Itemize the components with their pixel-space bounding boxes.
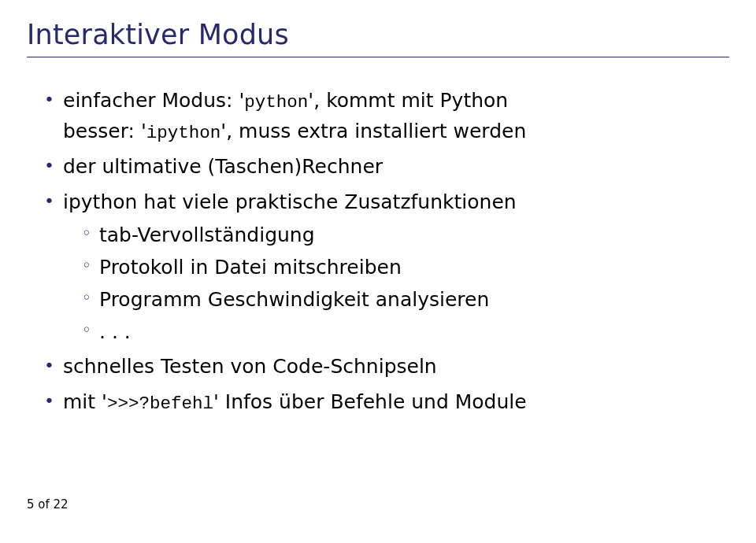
code-ipython: ipython: [146, 123, 221, 143]
text: tab-Vervollständigung: [99, 223, 315, 246]
sub-bullet-1: tab-Vervollständigung: [85, 220, 729, 251]
bullet-item-5: mit '>>>?befehl' Infos über Befehle und …: [47, 387, 729, 418]
sub-bullet-4: . . .: [85, 317, 729, 348]
bullet-item-3: ipython hat viele praktische Zusatzfunkt…: [47, 187, 729, 348]
code-python: python: [244, 92, 308, 113]
title-rule: [27, 57, 729, 57]
slide-title: Interaktiver Modus: [27, 19, 729, 50]
text: Programm Geschwindigkeit analysieren: [99, 288, 489, 311]
bullet-item-1-line2: besser: 'ipython', muss extra installier…: [63, 116, 729, 147]
text: ', muss extra installiert werden: [220, 120, 526, 142]
slide: Interaktiver Modus einfacher Modus: 'pyt…: [0, 0, 756, 543]
bullet-item-4: schnelles Testen von Code-Schnipseln: [47, 352, 729, 382]
sub-bullet-2: Protokoll in Datei mitschreiben: [85, 253, 729, 283]
text: ', kommt mit Python: [308, 89, 508, 112]
text: schnelles Testen von Code-Schnipseln: [63, 355, 437, 378]
sub-bullet-3: Programm Geschwindigkeit analysieren: [85, 285, 729, 316]
text: der ultimative (Taschen)Rechner: [63, 155, 383, 178]
code-befehl: >>>?befehl: [107, 393, 213, 414]
text: besser: ': [63, 120, 146, 142]
bullet-item-1: einfacher Modus: 'python', kommt mit Pyt…: [47, 86, 729, 147]
bullet-list: einfacher Modus: 'python', kommt mit Pyt…: [28, 86, 729, 418]
text: ' Infos über Befehle und Module: [213, 390, 527, 413]
bullet-item-2: der ultimative (Taschen)Rechner: [47, 152, 729, 183]
page-number: 5 of 22: [27, 497, 69, 512]
text: . . .: [99, 320, 131, 343]
text: Protokoll in Datei mitschreiben: [99, 256, 402, 279]
slide-content: einfacher Modus: 'python', kommt mit Pyt…: [27, 86, 729, 418]
text: einfacher Modus: ': [63, 89, 244, 112]
text: ipython hat viele praktische Zusatzfunkt…: [63, 190, 517, 213]
sub-bullet-list: tab-Vervollständigung Protokoll in Datei…: [63, 220, 729, 347]
text: mit ': [63, 390, 107, 413]
